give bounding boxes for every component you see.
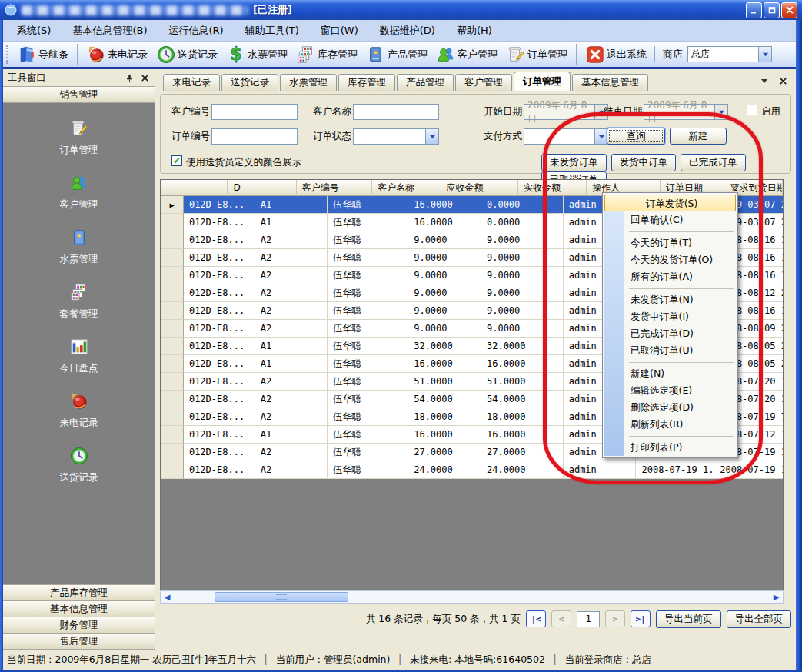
menu-item[interactable]: 辅助工具(T) [235,21,310,41]
horizontal-scrollbar[interactable]: ◀ ▶ [160,590,784,604]
tab[interactable]: 订单管理 [514,72,571,91]
context-menu-item[interactable] [603,433,737,439]
context-menu-item[interactable]: 回单确认(C) [603,211,737,228]
menu-item[interactable]: 窗口(W) [310,21,369,41]
color-display-checkbox[interactable]: ✔ [171,155,182,166]
tab-close-icon[interactable] [777,75,788,86]
context-menu-item[interactable]: 订单发货(S) [604,195,736,211]
column-header[interactable]: D [228,180,296,196]
tab[interactable]: 客户管理 [455,74,512,91]
sidebar-group[interactable]: 售后管理 [3,634,155,650]
sidebar-item[interactable]: 订单管理 [60,117,98,157]
row-selector[interactable] [161,249,184,267]
sidebar-group[interactable]: 产品库存管理 [3,585,155,601]
menu-item[interactable]: 基本信息管理(B) [62,21,158,41]
close-button[interactable] [781,2,797,18]
scroll-right-icon[interactable]: ▶ [770,593,783,601]
export-all-pages-button[interactable]: 导出全部页 [727,610,792,628]
context-menu-item[interactable]: 所有的订单(A) [603,268,737,285]
row-selector[interactable] [161,214,184,231]
close-icon[interactable] [139,72,150,83]
row-selector[interactable] [161,231,184,249]
context-menu-item[interactable]: 已取消订单(U) [603,342,737,359]
order-no-input[interactable] [211,128,298,145]
toolbar-grip[interactable] [6,45,10,64]
payment-select[interactable] [524,128,608,145]
order-status-filter-button[interactable]: 已完成订单 [681,154,746,171]
sidebar-group[interactable]: 基本信息管理 [3,601,155,617]
next-page-button[interactable]: > [605,610,625,627]
menu-item[interactable]: 运行信息(R) [158,21,234,41]
start-date-picker[interactable]: 2009年 6月 8日 [524,104,608,120]
toolbar-button[interactable]: 产品管理 [362,44,432,65]
row-selector[interactable] [161,373,184,391]
first-page-button[interactable]: |< [526,610,546,627]
tab[interactable]: 产品管理 [397,74,454,91]
sidebar-item[interactable]: 客户管理 [60,171,98,211]
row-selector[interactable] [161,444,184,461]
customer-name-input[interactable] [353,104,439,120]
tab[interactable]: 基本信息管理 [572,74,648,91]
row-selector[interactable] [161,196,184,214]
context-menu-item[interactable]: 发货中订单(I) [603,308,737,325]
prev-page-button[interactable]: < [551,610,571,627]
context-menu-item[interactable]: 未发货订单(N) [603,291,737,308]
menu-item[interactable]: 数据维护(D) [369,21,446,41]
row-selector[interactable] [161,267,184,284]
customer-no-input[interactable] [211,104,298,120]
tab-list-dropdown-icon[interactable] [759,75,770,86]
toolbar-button[interactable]: 送货记录 [152,44,222,65]
last-page-button[interactable]: >| [631,610,651,627]
toolbar-button[interactable]: 导航条 [13,44,73,65]
table-row[interactable]: 012D-E8... A2 伍华聪 24.0000 24.0000 admin … [161,461,783,479]
minimize-button[interactable] [746,2,762,18]
pin-icon[interactable] [124,72,135,83]
context-menu-item[interactable]: 今天的发货订单(O) [603,251,737,268]
store-select[interactable]: 总店 [687,46,772,62]
context-menu-item[interactable]: 今天的订单(T) [603,235,737,251]
row-selector[interactable] [161,461,184,479]
context-menu-item[interactable]: 删除选定项(D) [603,399,737,416]
maximize-button[interactable] [764,2,780,18]
sidebar-item[interactable]: 套餐管理 [60,281,98,321]
context-menu-item[interactable]: 已完成订单(D) [603,325,737,342]
column-header[interactable]: 应收金额 [441,180,518,196]
query-button[interactable]: 查询 [607,128,665,145]
toolbar-button[interactable]: 退出系统 [576,44,651,65]
tab[interactable]: 来电记录 [163,74,220,91]
row-selector[interactable] [161,320,184,338]
scrollbar-thumb[interactable] [215,592,348,602]
toolbar-button[interactable]: 客户管理 [432,44,502,65]
order-status-select[interactable] [353,128,439,145]
order-status-filter-button[interactable]: 未发货订单 [541,154,607,171]
context-menu-item[interactable] [603,228,737,235]
context-menu-item[interactable]: 刷新列表(R) [603,416,737,433]
context-menu-item[interactable]: 打印列表(P) [603,439,737,456]
menu-item[interactable]: 系统(S) [6,21,62,41]
menu-item[interactable]: 帮助(H) [446,21,503,41]
scroll-left-icon[interactable]: ◀ [161,593,174,601]
tab[interactable]: 水票管理 [280,74,337,91]
column-header[interactable] [161,180,228,196]
toolbar-button[interactable]: 库存管理 [292,44,362,65]
row-selector[interactable] [161,284,184,302]
row-selector[interactable] [161,426,184,444]
row-selector[interactable] [161,302,184,320]
enable-checkbox[interactable] [747,105,757,115]
sidebar-item[interactable]: 今日盘点 [60,335,98,375]
toolbar-button[interactable]: $ 水票管理 [222,44,292,65]
tab[interactable]: 库存管理 [338,74,395,91]
sidebar-group[interactable]: 财务管理 [3,617,155,634]
context-menu-item[interactable] [603,359,737,365]
page-number-input[interactable] [577,611,600,627]
sidebar-item[interactable]: 送货记录 [60,444,98,484]
row-selector[interactable] [161,408,184,426]
column-header[interactable]: 客户编号 [297,180,373,196]
row-selector[interactable] [161,391,184,408]
tab[interactable]: 送货记录 [221,74,278,91]
new-button[interactable]: 新建 [670,128,727,145]
column-header[interactable]: 客户名称 [372,180,441,196]
export-current-page-button[interactable]: 导出当前页 [656,610,721,628]
toolbar-button[interactable]: 来电记录 [77,44,152,65]
sidebar-group-sales[interactable]: 销售管理 [3,87,155,103]
